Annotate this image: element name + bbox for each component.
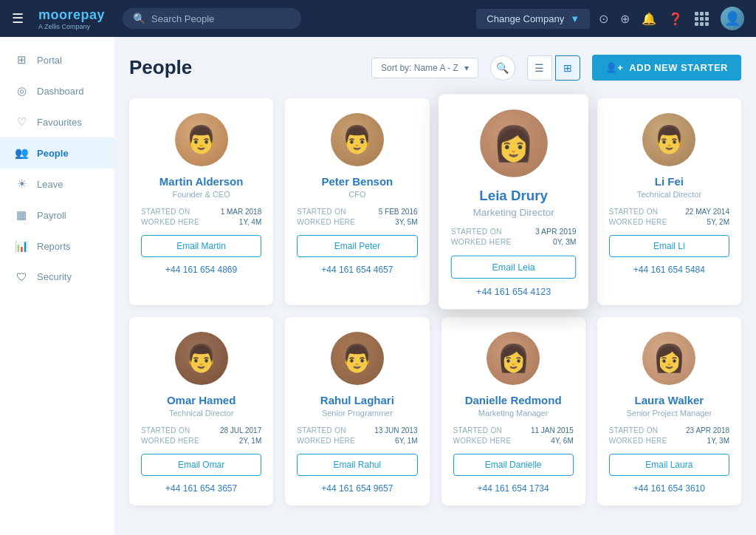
email-button-martin[interactable]: Email Martin xyxy=(141,235,261,257)
person-card-laura[interactable]: 👩 Laura Walker Senior Project Manager ST… xyxy=(597,317,741,505)
worked-here-value-li: 5Y, 2M xyxy=(707,218,729,226)
email-button-leia[interactable]: Email Leia xyxy=(450,256,576,279)
person-title-leia: Marketing Director xyxy=(450,206,576,218)
compass-icon[interactable]: ⊙ xyxy=(599,12,608,26)
worked-here-row-omar: WORKED HERE 2Y, 1M xyxy=(141,437,261,445)
add-label: ADD NEW STARTER xyxy=(629,62,728,73)
people-icon: 👥 xyxy=(15,146,28,160)
started-on-label: STARTED ON xyxy=(609,208,659,216)
sort-dropdown[interactable]: Sort by: Name A - Z ▾ xyxy=(371,58,478,78)
email-button-peter[interactable]: Email Peter xyxy=(297,235,417,257)
search-bar[interactable]: 🔍 xyxy=(123,8,301,29)
sidebar-item-payroll[interactable]: ▦ Payroll xyxy=(0,200,114,231)
avatar-martin: 👨 xyxy=(175,113,228,166)
phone-leia: +44 161 654 4123 xyxy=(450,286,576,297)
view-toggle: ☰ ⊞ xyxy=(527,55,580,81)
person-card-li[interactable]: 👨 Li Fei Technical Director STARTED ON 2… xyxy=(597,98,741,305)
search-input[interactable] xyxy=(151,13,291,24)
phone-omar: +44 161 654 3657 xyxy=(141,483,261,494)
email-button-danielle[interactable]: Email Danielle xyxy=(453,454,574,476)
sidebar-item-dashboard[interactable]: ◎ Dashboard xyxy=(0,75,114,106)
avatar-li: 👨 xyxy=(642,113,695,166)
user-avatar[interactable]: 👤 xyxy=(721,7,744,30)
person-card-omar[interactable]: 👨 Omar Hamed Technical Director STARTED … xyxy=(129,317,273,505)
add-new-starter-button[interactable]: 👤+ ADD NEW STARTER xyxy=(592,55,741,81)
avatar-peter: 👨 xyxy=(331,113,384,166)
sidebar-label-favourites: Favourites xyxy=(37,117,82,128)
started-on-value-omar: 28 JUL 2017 xyxy=(220,426,261,435)
sort-label: Sort by: Name A - Z xyxy=(381,63,458,73)
started-on-label: STARTED ON xyxy=(141,208,190,216)
help-icon[interactable]: ❓ xyxy=(668,12,683,26)
avatar-danielle: 👩 xyxy=(487,332,540,385)
started-on-value-li: 22 MAY 2014 xyxy=(685,208,729,216)
page-title: People xyxy=(129,56,360,79)
worked-here-row-laura: WORKED HERE 1Y, 3M xyxy=(609,437,729,445)
sidebar-label-people: People xyxy=(37,148,69,159)
person-title-omar: Technical Director xyxy=(141,409,261,418)
worked-here-row-danielle: WORKED HERE 4Y, 6M xyxy=(453,437,574,445)
started-on-row-martin: STARTED ON 1 MAR 2018 xyxy=(141,208,261,216)
worked-here-label: WORKED HERE xyxy=(609,437,667,445)
search-button[interactable]: 🔍 xyxy=(490,55,515,81)
sidebar-item-reports[interactable]: 📊 Reports xyxy=(0,231,114,262)
started-on-row-leia: STARTED ON 3 APR 2019 xyxy=(450,227,576,235)
sidebar-label-reports: Reports xyxy=(37,241,71,252)
worked-here-row-rahul: WORKED HERE 6Y, 1M xyxy=(297,437,417,445)
card-info-rahul: STARTED ON 13 JUN 2013 WORKED HERE 6Y, 1… xyxy=(297,426,417,445)
person-title-rahul: Senior Programmer xyxy=(297,409,417,418)
person-card-leia[interactable]: 👩 Leia Drury Marketing Director STARTED … xyxy=(439,94,588,309)
started-on-label: STARTED ON xyxy=(141,426,190,435)
person-card-peter[interactable]: 👨 Peter Benson CFO STARTED ON 5 FEB 2016… xyxy=(285,98,429,305)
person-title-martin: Founder & CEO xyxy=(141,190,261,199)
phone-laura: +44 161 654 3610 xyxy=(609,483,729,494)
sidebar-item-leave[interactable]: ☀ Leave xyxy=(0,168,114,200)
email-button-li[interactable]: Email Li xyxy=(609,235,729,257)
app-logo: moorepay A Zellis Company xyxy=(38,7,105,30)
bell-icon[interactable]: 🔔 xyxy=(642,12,656,26)
sidebar-label-leave: Leave xyxy=(37,179,63,190)
person-title-laura: Senior Project Manager xyxy=(609,409,729,418)
person-card-rahul[interactable]: 👨 Rahul Laghari Senior Programmer STARTE… xyxy=(285,317,429,505)
worked-here-label: WORKED HERE xyxy=(297,218,355,226)
started-on-row-peter: STARTED ON 5 FEB 2016 xyxy=(297,208,417,216)
sidebar-item-favourites[interactable]: ♡ Favourites xyxy=(0,106,114,137)
person-name-laura: Laura Walker xyxy=(609,394,729,406)
worked-here-value-peter: 3Y, 5M xyxy=(395,218,417,226)
app-subtitle: A Zellis Company xyxy=(38,23,105,30)
topnav-icons: ⊙ ⊕ 🔔 ❓ 👤 xyxy=(599,7,744,30)
sidebar-label-payroll: Payroll xyxy=(37,210,66,221)
person-title-danielle: Marketing Manager xyxy=(453,409,574,418)
email-button-rahul[interactable]: Email Rahul xyxy=(297,454,417,476)
started-on-label: STARTED ON xyxy=(297,426,346,435)
grid-view-button[interactable]: ⊞ xyxy=(555,55,580,81)
list-view-button[interactable]: ☰ xyxy=(527,55,552,81)
reports-icon: 📊 xyxy=(15,239,28,253)
worked-here-row-peter: WORKED HERE 3Y, 5M xyxy=(297,218,417,226)
card-info-leia: STARTED ON 3 APR 2019 WORKED HERE 0Y, 3M xyxy=(450,227,576,246)
started-on-label: STARTED ON xyxy=(609,426,659,435)
worked-here-value-leia: 0Y, 3M xyxy=(552,238,576,246)
started-on-value-laura: 23 APR 2018 xyxy=(686,426,729,435)
person-card-danielle[interactable]: 👩 Danielle Redmond Marketing Manager STA… xyxy=(441,317,585,505)
worked-here-value-danielle: 4Y, 6M xyxy=(551,437,573,445)
started-on-value-danielle: 11 JAN 2015 xyxy=(531,426,574,435)
sidebar-label-portal: Portal xyxy=(37,55,62,66)
company-label: Change Company xyxy=(487,13,564,24)
phone-rahul: +44 161 654 9657 xyxy=(297,483,417,494)
sidebar-label-security: Security xyxy=(37,271,72,282)
worked-here-label: WORKED HERE xyxy=(141,218,199,226)
plus-icon[interactable]: ⊕ xyxy=(620,12,630,26)
people-header: People Sort by: Name A - Z ▾ 🔍 ☰ ⊞ 👤+ AD… xyxy=(129,55,741,81)
person-card-martin[interactable]: 👨 Martin Alderson Founder & CEO STARTED … xyxy=(129,98,273,305)
email-button-omar[interactable]: Email Omar xyxy=(141,454,261,476)
sidebar-item-people[interactable]: 👥 People xyxy=(0,137,114,168)
sidebar-item-security[interactable]: 🛡 Security xyxy=(0,262,114,292)
card-info-omar: STARTED ON 28 JUL 2017 WORKED HERE 2Y, 1… xyxy=(141,426,261,445)
sidebar-item-portal[interactable]: ⊞ Portal xyxy=(0,44,114,75)
hamburger-icon[interactable]: ☰ xyxy=(12,10,24,27)
company-dropdown[interactable]: Change Company ▼ xyxy=(476,9,590,29)
grid-icon[interactable] xyxy=(695,12,709,26)
email-button-laura[interactable]: Email Laura xyxy=(609,454,729,476)
person-title-peter: CFO xyxy=(297,190,417,199)
